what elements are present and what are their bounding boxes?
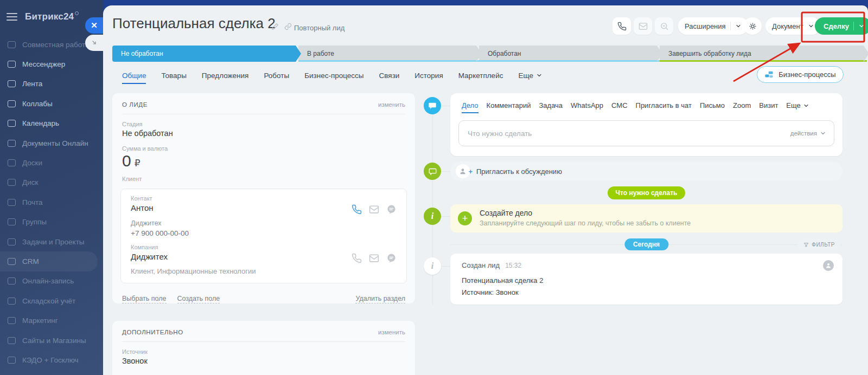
- amount-field-label: Сумма и валюта: [122, 145, 405, 152]
- copy-link-icon[interactable]: [284, 23, 292, 30]
- author-avatar[interactable]: [823, 260, 834, 271]
- create-deal-button[interactable]: Сделку: [815, 17, 868, 35]
- about-lead-section: О ЛИДЕ изменить Стадия Не обработан Сумм…: [112, 93, 415, 303]
- timeline-date-divider: Сегодня ФИЛЬТР: [450, 238, 843, 251]
- email-button[interactable]: [634, 17, 652, 35]
- today-pill[interactable]: Сегодня: [624, 238, 668, 250]
- document-dropdown[interactable]: Документ: [765, 17, 821, 35]
- email-icon[interactable]: [369, 253, 379, 263]
- stage-finish-processing[interactable]: Завершить обработку лида: [660, 46, 864, 62]
- tab-more[interactable]: Еще: [518, 72, 542, 80]
- sidebar-item-booking[interactable]: Онлайн-запись: [0, 271, 103, 291]
- logo-clock-icon: [75, 11, 79, 15]
- call-button[interactable]: [612, 17, 631, 35]
- chat-icon[interactable]: [386, 204, 397, 215]
- edit-section-link[interactable]: изменить: [378, 329, 405, 335]
- email-icon: [639, 22, 648, 31]
- search-button[interactable]: [655, 17, 673, 35]
- tab-general[interactable]: Общие: [122, 72, 146, 80]
- edit-section-link[interactable]: изменить: [378, 101, 405, 108]
- entry-lead-name: Потенциальная сделка 2: [462, 276, 543, 285]
- stage-processed[interactable]: Обработан: [479, 46, 657, 62]
- sidebar-item-inventory[interactable]: Складской учёт: [0, 291, 103, 311]
- feed-icon: [8, 80, 16, 87]
- hint-title[interactable]: Создайте дело: [480, 209, 532, 217]
- activity-tab-whatsapp[interactable]: WhatsApp: [571, 101, 603, 109]
- tab-history[interactable]: История: [414, 72, 443, 80]
- activity-tab-todo[interactable]: Дело: [462, 101, 478, 109]
- add-activity-button[interactable]: +: [458, 211, 472, 225]
- activity-tab-sms[interactable]: СМС: [611, 101, 627, 109]
- client-card: Контакт Антон Диджитех +7 900 000-00-00 …: [120, 189, 407, 283]
- activity-tabs: Дело Комментарий Задача WhatsApp СМС При…: [450, 93, 843, 109]
- contact-phone[interactable]: +7 900 000-00-00: [131, 229, 189, 237]
- contact-name[interactable]: Антон: [131, 203, 154, 212]
- entry-time: 15:32: [505, 262, 521, 269]
- sidebar-item-marketing[interactable]: Маркетинг: [0, 311, 103, 330]
- todo-input[interactable]: [468, 130, 790, 138]
- collapse-slider-button[interactable]: [85, 35, 103, 51]
- activity-tab-letter[interactable]: Письмо: [700, 101, 725, 109]
- edit-title-icon[interactable]: [271, 23, 279, 30]
- extensions-dropdown[interactable]: Расширения: [678, 17, 748, 35]
- create-field-link[interactable]: Создать поле: [177, 295, 220, 303]
- sidebar-item-collabs[interactable]: Коллабы: [0, 94, 103, 113]
- stage-not-processed[interactable]: Не обработан: [112, 46, 296, 62]
- sidebar-item-messenger[interactable]: Мессенджер: [0, 54, 103, 74]
- activity-tab-comment[interactable]: Комментарий: [487, 101, 531, 109]
- phone-icon[interactable]: [352, 204, 362, 215]
- chat-icon[interactable]: [386, 253, 397, 263]
- stage-in-progress[interactable]: В работе: [298, 46, 476, 62]
- activity-tab-zoom[interactable]: Zoom: [733, 101, 751, 109]
- sidebar-item-calendar[interactable]: Календарь: [0, 114, 103, 133]
- delete-section-link[interactable]: Удалить раздел: [355, 295, 405, 303]
- tab-links[interactable]: Связи: [379, 72, 400, 80]
- tab-business-processes[interactable]: Бизнес-процессы: [304, 72, 363, 80]
- sidebar-item-disk[interactable]: Диск: [0, 173, 103, 192]
- sidebar-item-groups[interactable]: Группы: [0, 212, 103, 232]
- tab-robots[interactable]: Роботы: [264, 72, 289, 80]
- tab-products[interactable]: Товары: [161, 72, 186, 80]
- app-logo[interactable]: Битрикс24: [25, 11, 79, 22]
- activity-tab-task[interactable]: Задача: [539, 101, 563, 109]
- company-name[interactable]: Диджитех: [131, 252, 168, 261]
- sidebar-item-docs-online[interactable]: Документы Онлайн: [0, 133, 103, 153]
- additional-section: ДОПОЛНИТЕЛЬНО изменить Источник Звонок: [112, 321, 415, 375]
- timeline-activity-icon: [424, 97, 441, 114]
- email-icon[interactable]: [369, 204, 379, 215]
- sidebar-item-mail[interactable]: Почта: [0, 192, 103, 212]
- sidebar-item-sites[interactable]: Сайты и Магазины: [0, 331, 103, 350]
- timeline-info-icon: i: [424, 208, 441, 225]
- chevron-down-icon: [808, 23, 814, 29]
- filter-button[interactable]: ФИЛЬТР: [798, 239, 840, 250]
- activity-tab-invite-chat[interactable]: Пригласить в чат: [636, 101, 692, 109]
- sidebar-item-boards[interactable]: Доски: [0, 153, 103, 172]
- actions-dropdown[interactable]: действия: [790, 130, 826, 137]
- marketing-icon: [8, 317, 16, 324]
- tab-quotes[interactable]: Предложения: [202, 72, 249, 80]
- activity-tab-visit[interactable]: Визит: [759, 101, 778, 109]
- close-slider-button[interactable]: ✕: [85, 17, 103, 34]
- sidebar-item-tasks[interactable]: Задачи и Проекты: [0, 232, 103, 251]
- business-processes-button[interactable]: Бизнес-процессы: [757, 66, 844, 83]
- chevron-down-icon: [820, 130, 826, 137]
- amount-field-value[interactable]: 0₽: [122, 152, 405, 170]
- sidebar-item-crm[interactable]: CRM: [0, 251, 98, 271]
- chat-bubble-icon: [429, 167, 437, 176]
- timeline-entry-card: Создан лид 15:32 Потенциальная сделка 2 …: [450, 254, 843, 305]
- what-to-do-pill[interactable]: Что нужно сделать: [608, 186, 686, 199]
- sidebar-item-feed[interactable]: Лента: [0, 74, 103, 94]
- tab-marketplace[interactable]: Маркетплейс: [458, 72, 503, 80]
- invite-to-discussion-bar[interactable]: + Пригласить к обсуждению: [450, 161, 843, 181]
- settings-button[interactable]: [743, 17, 762, 35]
- messenger-icon: [8, 61, 16, 68]
- select-field-link[interactable]: Выбрать поле: [122, 295, 167, 303]
- activity-tab-more[interactable]: Еще: [786, 101, 809, 109]
- sidebar-menu: Совместная работа Мессенджер Лента Колла…: [0, 35, 103, 370]
- chevron-down-icon: [735, 23, 742, 29]
- phone-icon[interactable]: [352, 253, 362, 263]
- sidebar-item-kedo[interactable]: КЭДО + Госключ: [0, 350, 103, 370]
- hamburger-menu-icon[interactable]: [7, 13, 17, 21]
- source-field-value[interactable]: Звонок: [122, 357, 405, 365]
- stage-field-value[interactable]: Не обработан: [122, 129, 405, 138]
